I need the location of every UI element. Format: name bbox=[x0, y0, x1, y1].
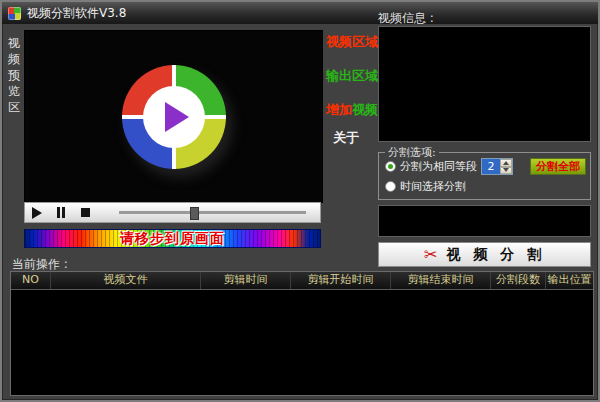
column-header-clip-end[interactable]: 剪辑结束时间 bbox=[391, 272, 491, 289]
video-preview-area bbox=[24, 30, 323, 203]
app-window: 视频分割软件V3.8 视频预览区 请移步到原画面 视频区域 输出区域 增加视频 … bbox=[0, 0, 600, 402]
preview-side-label: 视频预览区 bbox=[8, 35, 22, 115]
pause-button[interactable] bbox=[49, 203, 73, 222]
column-header-video-file[interactable]: 视频文件 bbox=[51, 272, 201, 289]
segments-spinner[interactable]: 2 bbox=[481, 158, 513, 175]
split-all-button[interactable]: 分割全部 bbox=[530, 158, 586, 175]
column-header-segment-count[interactable]: 分割段数 bbox=[491, 272, 546, 289]
audio-spectrum-bar: 请移步到原画面 bbox=[24, 229, 321, 248]
column-header-no[interactable]: NO bbox=[11, 272, 51, 289]
stop-button[interactable] bbox=[73, 203, 97, 222]
video-info-label: 视频信息 : bbox=[378, 10, 434, 27]
column-header-clip-time[interactable]: 剪辑时间 bbox=[201, 272, 291, 289]
menu-output-area[interactable]: 输出区域 bbox=[326, 67, 378, 85]
video-info-box bbox=[378, 26, 591, 142]
split-options-group: 分割选项: 分割为相同等段 2 分割全部 时间选择分割 bbox=[378, 152, 591, 200]
spinner-down-button[interactable] bbox=[500, 167, 512, 175]
title-bar: 视频分割软件V3.8 bbox=[2, 2, 598, 24]
table-header: NO 视频文件 剪辑时间 剪辑开始时间 剪辑结束时间 分割段数 输出位置 bbox=[11, 272, 593, 290]
time-select-box bbox=[378, 205, 591, 237]
menu-add-video[interactable]: 增加视频 bbox=[326, 101, 378, 119]
play-icon bbox=[32, 207, 42, 219]
player-controls bbox=[24, 202, 321, 223]
menu-add-video-text-2: 视频 bbox=[352, 102, 378, 117]
menu-about[interactable]: 关于 bbox=[333, 129, 359, 147]
play-button[interactable] bbox=[25, 203, 49, 222]
spinner-arrows bbox=[500, 159, 512, 174]
scissors-icon: ✂ bbox=[424, 247, 437, 263]
operations-table: NO 视频文件 剪辑时间 剪辑开始时间 剪辑结束时间 分割段数 输出位置 bbox=[10, 271, 594, 396]
radio-time-select[interactable] bbox=[385, 181, 396, 192]
column-header-output-path[interactable]: 输出位置 bbox=[546, 272, 593, 289]
column-header-clip-start[interactable]: 剪辑开始时间 bbox=[291, 272, 391, 289]
radio-equal-segments[interactable] bbox=[385, 161, 396, 172]
menu-video-area[interactable]: 视频区域 bbox=[326, 33, 378, 51]
app-icon bbox=[8, 7, 21, 20]
segments-value[interactable]: 2 bbox=[482, 159, 500, 174]
media-player-logo bbox=[122, 65, 226, 169]
table-body bbox=[11, 290, 593, 395]
radio-time-label[interactable]: 时间选择分割 bbox=[400, 179, 466, 194]
stop-icon bbox=[81, 208, 90, 217]
play-logo-icon bbox=[165, 102, 189, 132]
window-title: 视频分割软件V3.8 bbox=[27, 5, 126, 22]
radio-equal-label[interactable]: 分割为相同等段 bbox=[400, 159, 477, 174]
up-arrow-icon bbox=[503, 161, 509, 165]
video-split-button[interactable]: ✂ 视 频 分 割 bbox=[378, 242, 591, 267]
down-arrow-icon bbox=[503, 168, 509, 172]
logo-inner-circle bbox=[143, 86, 205, 148]
video-split-label: 视 频 分 割 bbox=[446, 246, 545, 264]
watermark-text: 请移步到原画面 bbox=[120, 230, 225, 248]
menu-add-video-text-1: 增加 bbox=[326, 102, 352, 117]
pause-icon bbox=[57, 207, 65, 218]
split-option-row-time: 时间选择分割 bbox=[385, 179, 586, 194]
spinner-up-button[interactable] bbox=[500, 159, 512, 167]
seek-slider[interactable] bbox=[119, 211, 306, 214]
split-option-row-equal: 分割为相同等段 2 分割全部 bbox=[385, 158, 586, 175]
seek-slider-handle[interactable] bbox=[190, 207, 199, 220]
